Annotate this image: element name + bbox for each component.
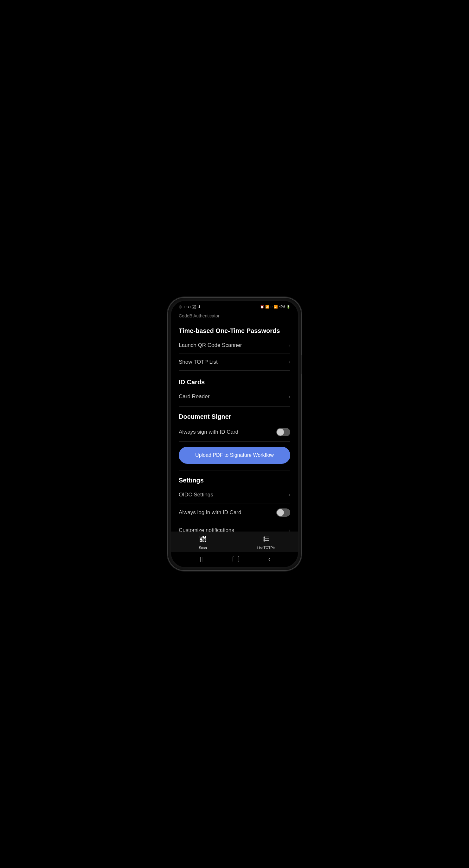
customize-notifications-chevron: ›	[289, 527, 290, 532]
svg-rect-7	[203, 539, 204, 540]
settings-header: Settings	[179, 472, 290, 487]
always-login-toggle[interactable]	[276, 508, 290, 517]
launch-qr-label: Launch QR Code Scanner	[179, 342, 242, 348]
svg-rect-10	[205, 541, 206, 542]
id-cards-header: ID Cards	[179, 373, 290, 389]
status-download-icon: ⬇	[198, 305, 201, 309]
wifi-icon: 📶	[265, 305, 269, 309]
oidc-settings-label: OIDC Settings	[179, 492, 213, 498]
svg-rect-9	[203, 541, 204, 542]
svg-rect-5	[201, 540, 202, 541]
customize-notifications-row[interactable]: Customize notifications ›	[179, 522, 290, 532]
status-left: 1:39 🖼 ⬇	[179, 305, 201, 309]
svg-rect-4	[204, 537, 205, 537]
battery-icon: 🔋	[287, 305, 290, 309]
alarm-icon: ⏰	[260, 305, 264, 309]
show-totp-label: Show TOTP List	[179, 359, 218, 365]
doc-signer-header: Document Signer	[179, 408, 290, 423]
android-back-btn[interactable]: ‹	[268, 555, 271, 563]
svg-rect-8	[205, 539, 206, 540]
oidc-settings-chevron: ›	[289, 492, 290, 498]
battery-percent: 49%	[279, 305, 285, 309]
divider-3	[179, 470, 290, 470]
divider-2	[179, 406, 290, 407]
show-totp-chevron: ›	[289, 359, 290, 365]
show-totp-row[interactable]: Show TOTP List ›	[179, 354, 290, 371]
always-login-label: Always log in with ID Card	[179, 509, 241, 516]
scroll-content[interactable]: CodeB Authenticator Time-based One-Time …	[171, 311, 298, 532]
list-totp-label: List TOTP's	[257, 546, 275, 550]
divider-1	[179, 372, 290, 372]
android-recent-btn[interactable]: |||	[199, 557, 203, 562]
app-title: CodeB Authenticator	[179, 311, 290, 322]
svg-rect-15	[264, 538, 265, 539]
upload-pdf-button[interactable]: Upload PDF to Signature Workflow	[179, 447, 290, 464]
signal-bars-icon: 📶	[274, 305, 277, 309]
card-reader-row[interactable]: Card Reader ›	[179, 389, 290, 405]
svg-rect-14	[264, 537, 265, 537]
phone-screen: 1:39 🖼 ⬇ ⏰ 📶 R 📶 49% 🔋 CodeB Authenticat…	[171, 301, 298, 567]
signal-r-icon: R	[270, 305, 272, 309]
oidc-settings-row[interactable]: OIDC Settings ›	[179, 487, 290, 503]
list-totp-icon	[262, 535, 270, 545]
status-time: 1:39	[184, 305, 190, 309]
card-reader-label: Card Reader	[179, 394, 209, 400]
bottom-nav: Scan List TOTP's	[171, 532, 298, 552]
always-sign-thumb	[277, 429, 284, 436]
status-right: ⏰ 📶 R 📶 49% 🔋	[260, 305, 290, 309]
svg-rect-3	[201, 537, 202, 537]
always-sign-label: Always sign with ID Card	[179, 429, 238, 435]
scan-label: Scan	[199, 546, 207, 550]
camera-dot	[179, 305, 182, 309]
totp-header: Time-based One-Time Passwords	[179, 322, 290, 337]
status-photo-icon: 🖼	[192, 305, 196, 309]
always-sign-row[interactable]: Always sign with ID Card	[179, 423, 290, 442]
launch-qr-row[interactable]: Launch QR Code Scanner ›	[179, 337, 290, 354]
status-bar: 1:39 🖼 ⬇ ⏰ 📶 R 📶 49% 🔋	[171, 301, 298, 311]
launch-qr-chevron: ›	[289, 342, 290, 348]
scan-icon	[199, 535, 207, 545]
svg-rect-16	[264, 540, 265, 541]
nav-list-totp[interactable]: List TOTP's	[235, 535, 298, 550]
android-home-btn[interactable]	[233, 556, 239, 562]
always-login-thumb	[277, 509, 284, 516]
card-reader-chevron: ›	[289, 394, 290, 400]
always-sign-toggle[interactable]	[276, 428, 290, 436]
nav-scan[interactable]: Scan	[171, 535, 235, 550]
customize-notifications-label: Customize notifications	[179, 527, 234, 532]
android-nav: ||| ‹	[171, 552, 298, 567]
phone-frame: 1:39 🖼 ⬇ ⏰ 📶 R 📶 49% 🔋 CodeB Authenticat…	[168, 298, 301, 570]
always-login-row[interactable]: Always log in with ID Card	[179, 503, 290, 522]
